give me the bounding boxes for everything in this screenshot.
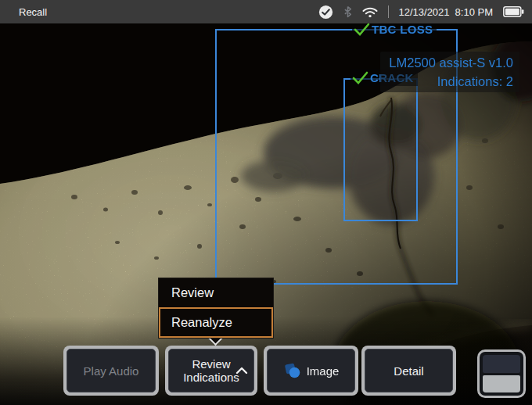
image-button-frame: Image: [264, 346, 358, 396]
status-icons: 12/13/2021 8:10 PM: [318, 0, 525, 23]
status-bar: Recall 12/13/2021 8:10 PM: [0, 0, 532, 23]
checkmark-circle-icon: [318, 5, 333, 20]
assist-indications-count: Indications: 2: [380, 72, 513, 91]
status-date: 12/13/2021: [399, 6, 450, 18]
play-audio-button-frame: Play Audio: [63, 346, 159, 396]
check-icon: [352, 71, 368, 84]
image-button[interactable]: Image: [267, 349, 355, 392]
chevron-up-icon: [235, 367, 248, 375]
status-divider: [388, 5, 389, 18]
check-icon: [354, 23, 370, 36]
wifi-icon: [362, 6, 378, 18]
review-indications-button[interactable]: Review Indications: [168, 349, 254, 392]
screen-title: Recall: [19, 6, 47, 18]
review-indications-label: Review Indications: [179, 357, 243, 384]
menu-item-review[interactable]: Review: [159, 278, 273, 307]
bluetooth-icon: [343, 5, 352, 18]
detection-box-crack: [343, 78, 418, 221]
review-indications-menu: Review Reanalyze: [158, 278, 274, 339]
detail-button[interactable]: Detail: [365, 349, 453, 392]
screen-toggle-button[interactable]: [477, 349, 526, 398]
detail-button-frame: Detail: [361, 346, 456, 396]
review-indications-button-frame: Review Indications: [165, 346, 257, 396]
app-screen: Recall 12/13/2021 8:10 PM: [0, 0, 532, 405]
menu-item-reanalyze[interactable]: Reanalyze: [159, 307, 273, 338]
screen-toggle-top-half: [483, 355, 520, 373]
battery-icon: [503, 6, 524, 17]
status-time: 8:10 PM: [455, 6, 493, 18]
image-stack-icon: [283, 363, 300, 378]
screen-toggle-bottom-half: [483, 375, 520, 392]
assist-title: LM2500 assist-S v1.0: [380, 53, 513, 72]
detection-label-text: TBC LOSS: [372, 23, 433, 36]
assist-info-panel: LM2500 assist-S v1.0 Indications: 2: [380, 52, 519, 92]
play-audio-label: Play Audio: [84, 364, 139, 378]
image-label: Image: [307, 364, 340, 378]
detail-label: Detail: [394, 364, 423, 378]
play-audio-button[interactable]: Play Audio: [66, 349, 156, 392]
